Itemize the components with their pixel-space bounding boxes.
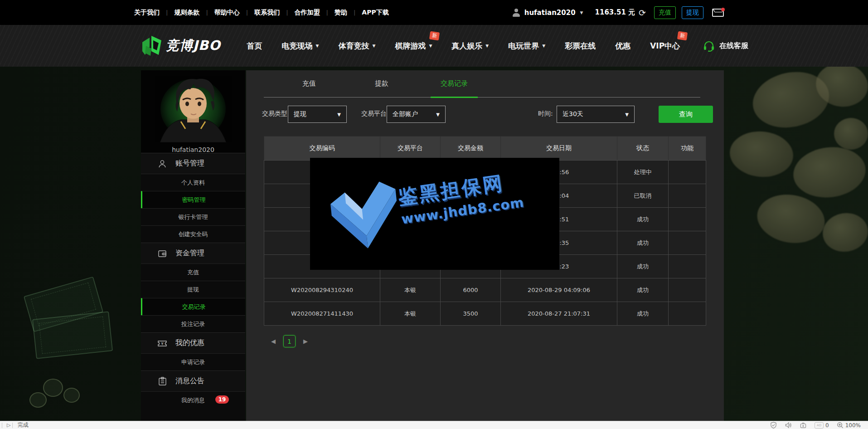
adblock-counter[interactable]: AD 0: [815, 422, 829, 429]
recharge-button[interactable]: 充值: [654, 6, 676, 19]
online-service[interactable]: 在线客服: [703, 40, 748, 52]
chevron-down-icon: ▼: [542, 44, 545, 48]
nav-item[interactable]: 电竞现场 ▼: [282, 41, 319, 51]
zoom-control[interactable]: 100%: [837, 422, 861, 429]
separator: |: [326, 9, 328, 16]
sidebar-section[interactable]: 消息公告: [141, 370, 245, 391]
sidebar-item[interactable]: 我的消息 19: [141, 391, 245, 409]
cell-date: 2020-08-27 21:07:31: [501, 302, 617, 326]
sidebar-item[interactable]: 提现: [141, 281, 245, 298]
nav-item-label: 电玩世界: [508, 41, 539, 51]
nav-item[interactable]: 彩票在线: [565, 41, 596, 51]
transaction-type-select[interactable]: 提现 ▼: [288, 106, 347, 123]
cell-status: 成功: [617, 255, 669, 278]
play-icon[interactable]: ▷: [7, 422, 10, 428]
zoom-percentage: 100%: [845, 422, 861, 429]
avatar[interactable]: [155, 76, 232, 142]
watermark-overlay: 鉴黑担保网 www.jhdb8.com: [310, 158, 559, 270]
sidebar-item[interactable]: 个人资料: [141, 174, 245, 191]
prev-page-icon[interactable]: ◀: [271, 338, 276, 345]
pagination: ◀ 1 ▶: [271, 335, 308, 347]
separator: |: [246, 9, 248, 16]
next-page-icon[interactable]: ▶: [303, 338, 308, 345]
notice-icon: [157, 376, 167, 386]
topbar-link[interactable]: 联系我们: [254, 9, 280, 17]
withdraw-button[interactable]: 提现: [682, 6, 703, 19]
cell-transaction-code: W202008294310240: [264, 278, 380, 302]
tab-withdraw[interactable]: 提款: [354, 70, 409, 97]
nav-item[interactable]: 优惠: [615, 41, 630, 51]
coins-decoration: [725, 63, 868, 254]
col-amount: 交易金额: [441, 136, 501, 161]
cell-status: 处理中: [617, 161, 669, 184]
topbar-link[interactable]: APP下载: [362, 9, 388, 17]
nav-item-label: 真人娱乐: [451, 41, 482, 51]
sidebar-section-label: 消息公告: [175, 376, 204, 386]
logo[interactable]: 竞博JBO: [141, 35, 221, 57]
new-badge: 新: [677, 31, 688, 40]
mail-icon[interactable]: [712, 9, 724, 17]
separator: |: [354, 9, 355, 16]
refresh-icon[interactable]: ⟳: [639, 8, 646, 18]
sidebar-item[interactable]: 申请记录: [141, 353, 245, 370]
table-row[interactable]: W202008271411430 本银 3500 2020-08-27 21:0…: [264, 302, 706, 326]
query-button[interactable]: 查询: [659, 106, 713, 123]
tab-transaction-records[interactable]: 交易记录: [427, 70, 481, 97]
topbar-link[interactable]: 规则条款: [174, 9, 199, 17]
browser-status-bar: ▷ 完成 AD 0 100%: [0, 421, 868, 429]
briefcase-icon[interactable]: [800, 422, 807, 429]
time-select[interactable]: 近30天 ▼: [557, 106, 635, 123]
sidebar-item[interactable]: 创建安全码: [141, 225, 245, 243]
topbar-link[interactable]: 赞助: [335, 9, 347, 17]
sidebar-item-label: 密码管理: [182, 196, 206, 204]
username[interactable]: hufatian2020: [524, 9, 576, 17]
platform-select[interactable]: 全部账户 ▼: [387, 106, 446, 123]
nav-item[interactable]: 首页: [247, 41, 262, 51]
online-service-label: 在线客服: [719, 41, 748, 51]
sidebar-section-label: 账号管理: [175, 159, 204, 168]
col-platform: 交易平台: [380, 136, 441, 161]
nav-item[interactable]: 电玩世界 ▼: [508, 41, 545, 51]
col-action: 功能: [669, 136, 706, 161]
sidebar-item[interactable]: 交易记录: [141, 298, 245, 315]
topbar-link[interactable]: 关于我们: [134, 9, 160, 17]
tab-bar: 充值 提款 交易记录: [264, 70, 700, 98]
status-done-label: 完成: [17, 421, 28, 429]
sidebar: hufatian2020 账号管理 个人资料 密码管理 银行卡管理 创建安全码 …: [141, 70, 245, 421]
tab-recharge[interactable]: 充值: [282, 70, 336, 97]
nav-item[interactable]: 体育竞技 ▼: [338, 41, 375, 51]
nav-item[interactable]: 真人娱乐 ▼: [451, 41, 489, 51]
user-icon: [157, 159, 167, 169]
sidebar-section[interactable]: ¥ 我的优惠: [141, 332, 245, 353]
cell-status: 成功: [617, 278, 669, 302]
sidebar-item[interactable]: 密码管理: [141, 191, 245, 208]
sidebar-item[interactable]: 投注记录: [141, 315, 245, 332]
avatar-box: hufatian2020: [141, 70, 245, 153]
separator: |: [286, 9, 288, 16]
sidebar-item[interactable]: 充值: [141, 263, 245, 281]
security-check-icon[interactable]: [770, 422, 777, 429]
topbar-link[interactable]: 合作加盟: [295, 9, 320, 17]
speaker-icon[interactable]: [785, 422, 792, 429]
chevron-down-icon: ▼: [372, 44, 375, 48]
table-row[interactable]: W202008294310240 本银 6000 2020-08-29 04:0…: [264, 278, 706, 302]
sidebar-section[interactable]: 账号管理: [141, 153, 245, 174]
topbar-account-area: hufatian2020 ▼ 1163.51 元 ⟳ 充值 提现: [512, 6, 724, 19]
watermark-text: 鉴黑担保网 www.jhdb8.com: [397, 167, 525, 227]
sidebar-section[interactable]: 资金管理: [141, 243, 245, 263]
cell-platform: 本银: [380, 278, 441, 302]
page: 关于我们|规则条款|帮助中心|联系我们|合作加盟|赞助|APP下载 hufati…: [0, 0, 868, 429]
nav-item[interactable]: 棋牌游戏 ▼ 新: [395, 41, 432, 51]
cell-status: 成功: [617, 208, 669, 231]
cell-action: [669, 231, 706, 255]
cell-date: 2020-08-29 04:09:06: [501, 278, 617, 302]
separator: |: [166, 9, 168, 16]
main-navbar: 竞博JBO 首页 电竞现场 ▼ 体育竞技 ▼ 棋牌游戏 ▼ 新 真人娱乐 ▼ 电…: [0, 25, 868, 67]
page-number[interactable]: 1: [283, 335, 296, 347]
chevron-down-icon[interactable]: ▼: [580, 10, 583, 15]
user-icon: [512, 9, 520, 17]
platform-label: 交易平台:: [361, 110, 389, 118]
sidebar-item[interactable]: 银行卡管理: [141, 208, 245, 225]
topbar-link[interactable]: 帮助中心: [214, 9, 240, 17]
nav-item[interactable]: VIP中心 新: [650, 41, 680, 51]
